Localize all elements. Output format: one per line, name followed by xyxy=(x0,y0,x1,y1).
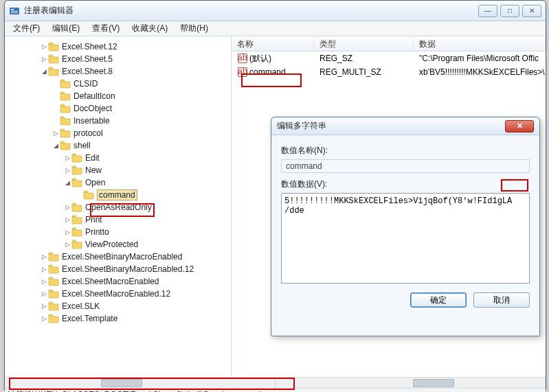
tree-item[interactable]: DocObject xyxy=(5,102,231,115)
maximize-button[interactable]: □ xyxy=(500,5,519,17)
menu-favorites[interactable]: 收藏夹(A) xyxy=(126,21,173,36)
bottom-scrollbars xyxy=(5,377,546,388)
folder-icon xyxy=(71,240,82,249)
tree-item-label: ViewProtected xyxy=(85,240,138,249)
tree-item[interactable]: ▷ViewProtected xyxy=(5,238,231,251)
svg-text:ab: ab xyxy=(238,67,247,76)
tree-hscroll[interactable] xyxy=(5,378,276,388)
tree-item[interactable]: ◢Excel.Sheet.8 xyxy=(5,65,231,78)
folder-icon xyxy=(60,91,71,101)
folder-icon xyxy=(71,153,82,163)
expand-icon[interactable]: ▷ xyxy=(52,130,60,137)
menu-file[interactable]: 文件(F) xyxy=(8,21,45,36)
tree-item[interactable]: ▷New xyxy=(5,164,231,176)
tree-pane[interactable]: ▷Excel.Sheet.12▷Excel.Sheet.5◢Excel.Shee… xyxy=(5,36,232,377)
tree-item[interactable]: ▷Print xyxy=(5,214,231,226)
folder-icon xyxy=(71,178,82,187)
cell-name: ab(默认) xyxy=(232,53,314,65)
status-path: 计算机\HKEY_CLASSES_ROOT\Excel.Sheet.8\shel… xyxy=(8,389,262,392)
collapse-icon[interactable]: ◢ xyxy=(40,68,48,75)
expand-icon[interactable]: ▷ xyxy=(63,241,71,248)
tree-item[interactable]: ▷OpenAsReadOnly xyxy=(5,201,231,214)
folder-icon xyxy=(60,116,71,126)
folder-icon xyxy=(60,79,71,89)
cell-data: xb'BV5!!!!!!!!!MKKSkEXCELFiles>\ xyxy=(414,67,546,77)
menu-view[interactable]: 查看(V) xyxy=(87,21,125,36)
tree-item[interactable]: ▷Excel.SheetMacroEnabled.12 xyxy=(5,288,231,300)
folder-icon xyxy=(71,203,82,212)
tree-item-label: CLSID xyxy=(74,79,98,89)
statusbar: 计算机\HKEY_CLASSES_ROOT\Excel.Sheet.8\shel… xyxy=(5,388,546,392)
expand-icon[interactable]: ▷ xyxy=(40,303,48,310)
tree-item[interactable]: ▷Excel.Sheet.5 xyxy=(5,53,231,65)
tree-item[interactable]: ▷Edit xyxy=(5,152,231,164)
folder-icon xyxy=(48,301,59,311)
tree-item[interactable]: ▷Excel.SheetMacroEnabled xyxy=(5,275,231,288)
ok-button[interactable]: 确定 xyxy=(410,292,467,308)
expand-icon[interactable]: ▷ xyxy=(40,315,48,322)
tree-item-label: Excel.SheetMacroEnabled.12 xyxy=(62,289,170,299)
expand-icon[interactable]: ▷ xyxy=(40,56,48,62)
tree-item[interactable]: ▷Excel.SLK xyxy=(5,300,231,312)
col-name[interactable]: 名称 xyxy=(232,36,314,51)
expand-icon[interactable]: ▷ xyxy=(63,154,71,161)
folder-icon xyxy=(60,128,71,138)
value-data-textarea[interactable] xyxy=(281,193,530,284)
dialog-close-button[interactable]: ✕ xyxy=(505,120,534,132)
list-row[interactable]: abcommandREG_MULTI_SZxb'BV5!!!!!!!!!MKKS… xyxy=(232,65,546,79)
expand-icon[interactable]: ▷ xyxy=(63,204,71,211)
expand-icon[interactable]: ▷ xyxy=(40,278,48,285)
folder-icon xyxy=(71,165,82,175)
tree-item-label: Excel.SheetBinaryMacroEnabled xyxy=(62,252,182,262)
menu-edit[interactable]: 编辑(E) xyxy=(47,21,85,36)
collapse-icon[interactable]: ◢ xyxy=(63,179,71,186)
close-button[interactable]: ✕ xyxy=(522,5,541,17)
dialog-titlebar[interactable]: 编辑多字符串 ✕ xyxy=(271,117,539,135)
expand-icon[interactable]: ▷ xyxy=(63,229,71,235)
cancel-button[interactable]: 取消 xyxy=(473,292,530,308)
folder-icon xyxy=(48,42,59,51)
titlebar[interactable]: 注册表编辑器 — □ ✕ xyxy=(5,1,546,21)
expand-icon[interactable]: ▷ xyxy=(40,43,48,50)
tree-item[interactable]: Insertable xyxy=(5,115,231,127)
folder-icon xyxy=(60,104,71,113)
tree-item[interactable]: CLSID xyxy=(5,78,231,90)
tree-item[interactable]: ▷protocol xyxy=(5,127,231,139)
list-header: 名称 类型 数据 xyxy=(232,36,546,51)
expand-icon[interactable]: ▷ xyxy=(40,253,48,260)
tree-item[interactable]: ▷Printto xyxy=(5,226,231,238)
expand-icon[interactable]: ▷ xyxy=(40,290,48,297)
col-data[interactable]: 数据 xyxy=(414,36,546,51)
tree-item[interactable]: ▷Excel.Sheet.12 xyxy=(5,41,231,53)
collapse-icon[interactable]: ◢ xyxy=(52,142,60,149)
expand-icon[interactable]: ▷ xyxy=(63,216,71,223)
tree-item[interactable]: ▷Excel.Template xyxy=(5,312,231,325)
cell-data: "C:\Program Files\Microsoft Offic xyxy=(414,54,546,63)
tree-item-label: shell xyxy=(74,141,91,150)
col-type[interactable]: 类型 xyxy=(314,36,414,51)
svg-rect-3 xyxy=(11,12,18,13)
list-hscroll[interactable] xyxy=(276,378,546,388)
tree-item[interactable]: ◢shell xyxy=(5,139,231,152)
tree-item-label: Excel.Sheet.12 xyxy=(62,42,117,51)
expand-icon[interactable]: ▷ xyxy=(63,167,71,174)
tree-item-label: Excel.Sheet.5 xyxy=(62,54,113,64)
value-name-field: command xyxy=(281,159,530,173)
tree-item[interactable]: ▷Excel.SheetBinaryMacroEnabled.12 xyxy=(5,263,231,275)
tree-item-label: OpenAsReadOnly xyxy=(85,203,152,212)
list-row[interactable]: ab(默认)REG_SZ"C:\Program Files\Microsoft … xyxy=(232,51,546,65)
folder-icon xyxy=(83,190,94,200)
expand-icon[interactable]: ▷ xyxy=(40,266,48,273)
string-value-icon: ab xyxy=(237,53,248,64)
tree-item[interactable]: ▷Excel.SheetBinaryMacroEnabled xyxy=(5,251,231,263)
tree-item[interactable]: ◢Open xyxy=(5,176,231,189)
edit-multistring-dialog[interactable]: 编辑多字符串 ✕ 数值名称(N): command 数值数据(V): 确定 取消 xyxy=(271,117,540,336)
tree-item[interactable]: DefaultIcon xyxy=(5,90,231,102)
menu-help[interactable]: 帮助(H) xyxy=(175,21,214,36)
menubar: 文件(F) 编辑(E) 查看(V) 收藏夹(A) 帮助(H) xyxy=(5,21,546,36)
tree-item-label: Insertable xyxy=(74,116,110,126)
minimize-button[interactable]: — xyxy=(478,5,497,17)
value-data-label: 数值数据(V): xyxy=(281,178,530,190)
tree-item[interactable]: command xyxy=(5,189,231,201)
tree-item-label: Open xyxy=(85,178,105,187)
